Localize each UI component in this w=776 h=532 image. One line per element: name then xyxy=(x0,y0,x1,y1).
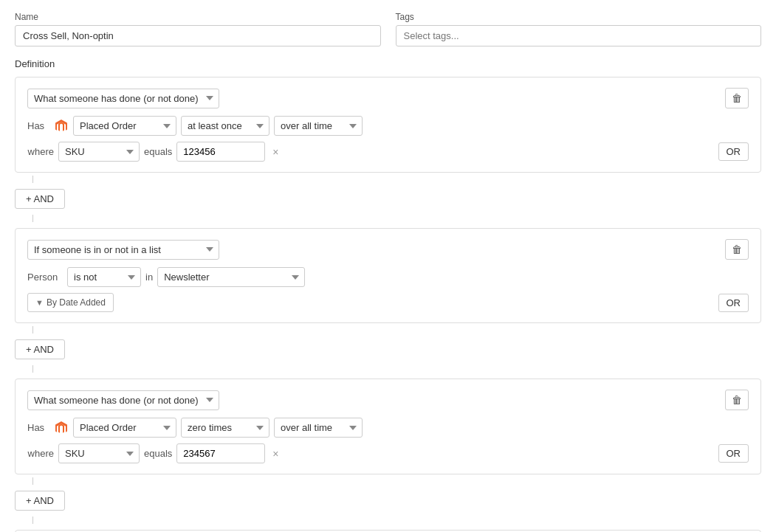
property-select-1[interactable]: SKU xyxy=(58,142,140,162)
list-select-2[interactable]: Newsletter xyxy=(157,267,305,287)
or-button-1[interactable]: OR xyxy=(718,142,749,161)
delete-condition-1-button[interactable]: 🗑 xyxy=(725,88,749,108)
date-filter-button[interactable]: ▼ By Date Added xyxy=(27,293,114,312)
frequency-select-3[interactable]: zero times xyxy=(181,418,269,438)
magento-icon-3 xyxy=(54,421,69,435)
date-filter-label: By Date Added xyxy=(47,297,106,308)
value-input-1[interactable] xyxy=(176,142,265,162)
time-select-1[interactable]: over all time xyxy=(274,116,363,136)
vline-6 xyxy=(32,517,33,524)
has-label-1: Has xyxy=(27,120,49,131)
condition-block-1: What someone has done (or not done) 🗑 Ha… xyxy=(15,77,761,173)
or-button-2[interactable]: OR xyxy=(718,294,749,312)
vline-3 xyxy=(32,326,33,334)
event-select-1[interactable]: Placed Order xyxy=(73,116,176,136)
vline-5 xyxy=(32,477,33,485)
clear-value-3-button[interactable]: × xyxy=(269,448,281,460)
where-label-3: where xyxy=(27,448,54,459)
clear-value-1-button[interactable]: × xyxy=(269,146,281,158)
name-label: Name xyxy=(15,12,381,22)
condition-type-select-1[interactable]: What someone has done (or not done) xyxy=(27,89,219,108)
trash-icon-1: 🗑 xyxy=(732,92,742,104)
trash-icon-3: 🗑 xyxy=(732,394,742,406)
filter-icon: ▼ xyxy=(35,298,44,307)
condition-type-select-3[interactable]: What someone has done (or not done) xyxy=(27,390,219,410)
vline-4 xyxy=(32,365,33,373)
name-input[interactable] xyxy=(15,25,381,46)
delete-condition-3-button[interactable]: 🗑 xyxy=(725,390,749,410)
vline-2 xyxy=(32,215,33,222)
or-button-3[interactable]: OR xyxy=(718,444,749,463)
equals-label-3: equals xyxy=(144,448,172,459)
trash-icon-2: 🗑 xyxy=(732,243,742,255)
and-button-2[interactable]: + AND xyxy=(15,339,65,359)
condition-block-2: If someone is in or not in a list 🗑 Pers… xyxy=(15,228,761,323)
tags-label: Tags xyxy=(396,12,762,22)
has-label-3: Has xyxy=(27,422,49,433)
vline-1 xyxy=(32,176,33,183)
condition-block-3: What someone has done (or not done) 🗑 Ha… xyxy=(15,379,761,474)
delete-condition-2-button[interactable]: 🗑 xyxy=(725,239,749,260)
frequency-select-1[interactable]: at least once xyxy=(181,116,269,136)
status-select-2[interactable]: is not xyxy=(67,267,141,287)
condition-type-select-2[interactable]: If someone is in or not in a list xyxy=(27,240,219,260)
definition-label: Definition xyxy=(15,58,761,69)
and-button-3[interactable]: + AND xyxy=(15,491,65,511)
magento-icon-1 xyxy=(54,119,69,134)
in-label: in xyxy=(145,272,153,283)
equals-label-1: equals xyxy=(144,146,172,157)
property-select-3[interactable]: SKU xyxy=(58,443,140,463)
and-button-1[interactable]: + AND xyxy=(15,189,65,209)
tags-input[interactable] xyxy=(396,25,762,46)
person-label: Person xyxy=(27,272,63,283)
time-select-3[interactable]: over all time xyxy=(274,418,363,438)
value-input-3[interactable] xyxy=(176,443,265,463)
where-label-1: where xyxy=(27,146,54,157)
event-select-3[interactable]: Placed Order xyxy=(73,418,176,438)
